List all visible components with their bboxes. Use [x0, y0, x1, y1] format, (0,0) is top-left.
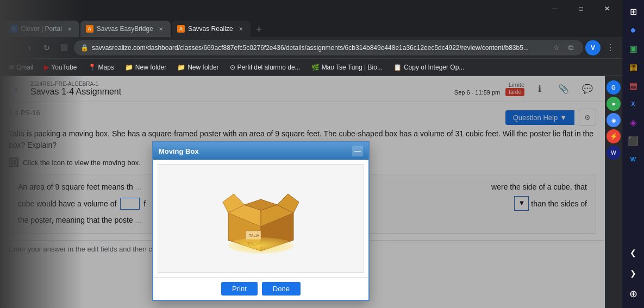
- bookmark-mao[interactable]: 🌿 Mao Tse Tung | Bio...: [307, 61, 387, 74]
- tab-clever[interactable]: C Clever | Portal ✕: [4, 21, 79, 37]
- integer-op-icon: 📋: [393, 64, 402, 71]
- box-glow: [228, 237, 293, 254]
- reload-button[interactable]: ↻: [39, 40, 54, 55]
- perfil-icon: ⊙: [230, 64, 235, 71]
- bookmark-mao-label: Mao Tse Tung | Bio...: [322, 64, 383, 71]
- browser-sidebar: G ● ◉ ⚡ W: [605, 76, 622, 308]
- youtube-icon: ▶: [44, 64, 49, 71]
- tab-close-savvas2[interactable]: ✕: [236, 24, 245, 33]
- page-content: G ● ◉ ⚡ W ‹ 2024RS1-PRE-ALGEBRA-1 Savvas…: [0, 76, 622, 308]
- tab-favicon-savvas2: A: [177, 25, 185, 33]
- mao-icon: 🌿: [311, 64, 320, 71]
- folder2-icon: 📁: [177, 64, 185, 71]
- modal-title: Moving Box: [159, 147, 199, 155]
- bookmark-maps-label: Maps: [98, 64, 114, 71]
- bookmark-perfil-label: Perfil del alumno de...: [237, 64, 301, 71]
- bookmark-pages-button[interactable]: ⬛: [57, 40, 72, 55]
- back-navigation[interactable]: ‹: [4, 40, 20, 55]
- bookmark-integer-op[interactable]: 📋 Copy of Integer Op...: [389, 61, 468, 74]
- tab-savvas2[interactable]: A Savvas Realize ✕: [172, 21, 251, 37]
- bookmark-perfil[interactable]: ⊙ Perfil del alumno de...: [226, 61, 305, 74]
- print-button[interactable]: Print: [221, 282, 258, 296]
- tab-label-savvas1: Savvas EasyBridge: [97, 25, 153, 33]
- tab-bar: C Clever | Portal ✕ A Savvas EasyBridge …: [0, 17, 622, 37]
- moving-box-image: TALIA TALIA: [217, 180, 304, 256]
- bookmark-youtube[interactable]: ▶ YouTube: [40, 61, 81, 74]
- taskbar-icon-5[interactable]: ◈: [624, 114, 642, 131]
- browser-frame: C Clever | Portal ✕ A Savvas EasyBridge …: [0, 17, 622, 308]
- taskbar-windows[interactable]: ⊞: [624, 3, 642, 20]
- forward-navigation[interactable]: ›: [22, 40, 37, 55]
- taskbar-chrome[interactable]: ●: [624, 21, 642, 39]
- ext-icon-5[interactable]: W: [607, 146, 621, 160]
- taskbar-add[interactable]: ⊕: [624, 285, 642, 303]
- bookmark-star[interactable]: ☆: [551, 42, 562, 54]
- modal-footer: Print Done: [153, 277, 368, 300]
- bookmarks-bar: ✉ Gmail ▶ YouTube 📍 Maps 📁 New folder 📁 …: [0, 59, 622, 76]
- bookmark-gmail[interactable]: ✉ Gmail: [4, 61, 37, 74]
- modal-header: Moving Box —: [153, 142, 368, 160]
- browser-menu[interactable]: ⋮: [603, 40, 618, 55]
- address-bar-row: ‹ › ↻ ⬛ 🔒 savvasrealize.com/dashboard/cl…: [0, 37, 622, 59]
- bookmark-folder2[interactable]: 📁 New folder: [173, 61, 223, 74]
- bookmark-folder2-label: New folder: [187, 64, 218, 71]
- taskbar-icon-6[interactable]: ⬛: [624, 132, 642, 149]
- profile-avatar[interactable]: V: [585, 40, 601, 55]
- tab-close-clever[interactable]: ✕: [65, 24, 74, 33]
- taskbar-right: ⊞ ● ▣ ▦ ▤ X ◈ ⬛ W ❮ ❯ ⊕: [622, 0, 644, 308]
- address-text: savvasrealize.com/dashboard/classes/669a…: [92, 44, 547, 52]
- maps-icon: 📍: [88, 64, 96, 71]
- taskbar-icon-7[interactable]: W: [624, 150, 642, 168]
- bookmark-integer-op-label: Copy of Integer Op...: [404, 64, 464, 71]
- taskbar-chevron-left[interactable]: ❮: [624, 244, 642, 261]
- bookmark-gmail-label: Gmail: [16, 64, 33, 71]
- modal-body: TALIA TALIA: [158, 164, 364, 273]
- ext-icon-2[interactable]: ●: [607, 97, 621, 111]
- bookmark-folder1-label: New folder: [135, 64, 166, 71]
- modal-close-button[interactable]: —: [352, 146, 363, 156]
- tab-favicon-savvas1: A: [86, 25, 93, 33]
- folder1-icon: 📁: [125, 64, 133, 71]
- tab-close-savvas1[interactable]: ✕: [157, 24, 165, 33]
- ext-icon-1[interactable]: G: [607, 80, 621, 95]
- done-button[interactable]: Done: [262, 282, 301, 296]
- ext-icon-3[interactable]: ◉: [607, 113, 621, 127]
- taskbar-icon-2[interactable]: ▦: [624, 58, 642, 76]
- taskbar-chevron-right[interactable]: ❯: [624, 265, 642, 282]
- address-bar[interactable]: 🔒 savvasrealize.com/dashboard/classes/66…: [74, 40, 583, 55]
- close-button[interactable]: ✕: [595, 1, 620, 16]
- main-area: ‹ 2024RS1-PRE-ALGEBRA-1 Savvas 1-4 Assig…: [0, 76, 605, 308]
- gmail-icon: ✉: [9, 64, 14, 71]
- svg-text:TALIA: TALIA: [249, 234, 259, 237]
- maximize-button[interactable]: □: [568, 1, 593, 16]
- tab-favicon-clever: C: [10, 25, 17, 33]
- secure-icon: 🔒: [80, 44, 89, 52]
- tab-label-clever: Clever | Portal: [21, 25, 62, 33]
- taskbar-icon-4[interactable]: X: [624, 95, 642, 112]
- new-tab-button[interactable]: +: [252, 22, 267, 37]
- tab-label-savvas2: Savvas Realize: [188, 25, 233, 33]
- bookmark-folder1[interactable]: 📁 New folder: [121, 61, 171, 74]
- windows-topbar: — □ ✕: [0, 0, 622, 17]
- taskbar-icon-1[interactable]: ▣: [624, 40, 642, 57]
- bookmark-maps[interactable]: 📍 Maps: [84, 61, 118, 74]
- tab-savvas1[interactable]: A Savvas EasyBridge ✕: [80, 21, 171, 37]
- modal-overlay: Moving Box —: [0, 76, 605, 308]
- ext-icon-4[interactable]: ⚡: [607, 129, 621, 143]
- tab-search[interactable]: ⧉: [565, 42, 577, 54]
- bookmark-youtube-label: YouTube: [51, 64, 77, 71]
- modal-dialog: Moving Box —: [152, 141, 370, 301]
- taskbar-icon-3[interactable]: ▤: [624, 77, 642, 94]
- minimize-button[interactable]: —: [542, 1, 567, 16]
- address-actions: ☆ ⧉: [551, 42, 577, 54]
